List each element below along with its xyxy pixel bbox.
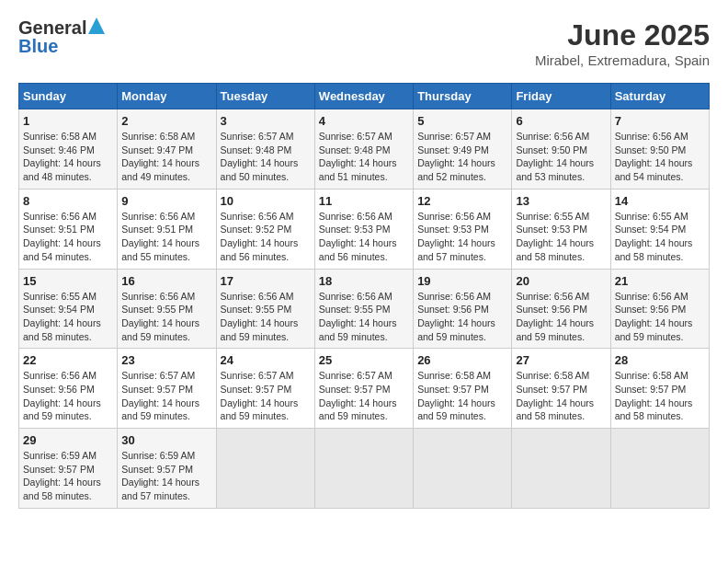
day-number: 12 xyxy=(417,194,507,208)
day-number: 20 xyxy=(516,274,606,288)
svg-marker-0 xyxy=(88,17,105,34)
day-info: Sunrise: 6:56 AM Sunset: 9:56 PM Dayligh… xyxy=(516,290,606,344)
day-info: Sunrise: 6:55 AM Sunset: 9:53 PM Dayligh… xyxy=(516,210,606,264)
day-cell-20: 20 Sunrise: 6:56 AM Sunset: 9:56 PM Dayl… xyxy=(512,269,610,349)
day-number: 26 xyxy=(417,353,507,367)
day-number: 4 xyxy=(319,114,409,128)
day-number: 24 xyxy=(221,353,311,367)
day-number: 27 xyxy=(516,353,606,367)
day-info: Sunrise: 6:56 AM Sunset: 9:53 PM Dayligh… xyxy=(417,210,507,264)
day-cell-30: 30 Sunrise: 6:59 AM Sunset: 9:57 PM Dayl… xyxy=(118,429,216,509)
day-info: Sunrise: 6:55 AM Sunset: 9:54 PM Dayligh… xyxy=(615,210,705,264)
day-info: Sunrise: 6:57 AM Sunset: 9:57 PM Dayligh… xyxy=(221,369,311,423)
day-number: 22 xyxy=(23,353,113,367)
day-cell-19: 19 Sunrise: 6:56 AM Sunset: 9:56 PM Dayl… xyxy=(414,269,512,349)
day-cell-18: 18 Sunrise: 6:56 AM Sunset: 9:55 PM Dayl… xyxy=(314,269,413,349)
logo-icon xyxy=(88,17,105,34)
day-cell-3: 3 Sunrise: 6:57 AM Sunset: 9:48 PM Dayli… xyxy=(216,109,314,190)
day-info: Sunrise: 6:55 AM Sunset: 9:54 PM Dayligh… xyxy=(23,290,113,344)
day-cell-2: 2 Sunrise: 6:58 AM Sunset: 9:47 PM Dayli… xyxy=(118,109,216,190)
empty-cell xyxy=(414,429,512,509)
day-info: Sunrise: 6:56 AM Sunset: 9:55 PM Dayligh… xyxy=(221,290,311,344)
day-cell-24: 24 Sunrise: 6:57 AM Sunset: 9:57 PM Dayl… xyxy=(216,349,314,429)
header-saturday: Saturday xyxy=(610,84,709,109)
logo-general-text: General xyxy=(18,18,86,37)
calendar-week-row: 8 Sunrise: 6:56 AM Sunset: 9:51 PM Dayli… xyxy=(19,189,710,269)
day-info: Sunrise: 6:56 AM Sunset: 9:51 PM Dayligh… xyxy=(23,210,113,264)
day-cell-25: 25 Sunrise: 6:57 AM Sunset: 9:57 PM Dayl… xyxy=(314,349,413,429)
empty-cell xyxy=(216,429,314,509)
empty-cell xyxy=(610,429,709,509)
day-info: Sunrise: 6:56 AM Sunset: 9:56 PM Dayligh… xyxy=(417,290,507,344)
day-info: Sunrise: 6:58 AM Sunset: 9:57 PM Dayligh… xyxy=(417,369,507,423)
day-number: 30 xyxy=(121,433,211,447)
day-info: Sunrise: 6:56 AM Sunset: 9:53 PM Dayligh… xyxy=(319,210,409,264)
day-cell-11: 11 Sunrise: 6:56 AM Sunset: 9:53 PM Dayl… xyxy=(314,189,413,269)
empty-cell xyxy=(314,429,413,509)
day-info: Sunrise: 6:56 AM Sunset: 9:50 PM Dayligh… xyxy=(615,130,705,184)
day-cell-10: 10 Sunrise: 6:56 AM Sunset: 9:52 PM Dayl… xyxy=(216,189,314,269)
day-cell-8: 8 Sunrise: 6:56 AM Sunset: 9:51 PM Dayli… xyxy=(19,189,118,269)
day-info: Sunrise: 6:59 AM Sunset: 9:57 PM Dayligh… xyxy=(121,449,211,503)
day-info: Sunrise: 6:57 AM Sunset: 9:48 PM Dayligh… xyxy=(319,130,409,184)
day-info: Sunrise: 6:56 AM Sunset: 9:52 PM Dayligh… xyxy=(221,210,311,264)
day-info: Sunrise: 6:57 AM Sunset: 9:48 PM Dayligh… xyxy=(221,130,311,184)
day-number: 21 xyxy=(615,274,705,288)
day-info: Sunrise: 6:58 AM Sunset: 9:57 PM Dayligh… xyxy=(615,369,705,423)
header-sunday: Sunday xyxy=(19,84,118,109)
day-number: 14 xyxy=(615,194,705,208)
day-number: 28 xyxy=(615,353,705,367)
day-number: 15 xyxy=(23,274,113,288)
header-friday: Friday xyxy=(512,84,610,109)
day-info: Sunrise: 6:56 AM Sunset: 9:55 PM Dayligh… xyxy=(121,290,211,344)
title-block: June 2025 Mirabel, Extremadura, Spain xyxy=(535,18,710,68)
day-cell-1: 1 Sunrise: 6:58 AM Sunset: 9:46 PM Dayli… xyxy=(19,109,118,190)
day-number: 19 xyxy=(417,274,507,288)
day-cell-4: 4 Sunrise: 6:57 AM Sunset: 9:48 PM Dayli… xyxy=(314,109,413,190)
day-number: 6 xyxy=(516,114,606,128)
day-cell-9: 9 Sunrise: 6:56 AM Sunset: 9:51 PM Dayli… xyxy=(118,189,216,269)
day-number: 2 xyxy=(121,114,211,128)
day-info: Sunrise: 6:58 AM Sunset: 9:57 PM Dayligh… xyxy=(516,369,606,423)
day-info: Sunrise: 6:59 AM Sunset: 9:57 PM Dayligh… xyxy=(23,449,113,503)
day-cell-14: 14 Sunrise: 6:55 AM Sunset: 9:54 PM Dayl… xyxy=(610,189,709,269)
day-cell-23: 23 Sunrise: 6:57 AM Sunset: 9:57 PM Dayl… xyxy=(118,349,216,429)
day-number: 13 xyxy=(516,194,606,208)
calendar-table: Sunday Monday Tuesday Wednesday Thursday… xyxy=(18,83,710,509)
day-number: 18 xyxy=(319,274,409,288)
day-number: 5 xyxy=(417,114,507,128)
day-number: 29 xyxy=(23,433,113,447)
calendar-week-row: 22 Sunrise: 6:56 AM Sunset: 9:56 PM Dayl… xyxy=(19,349,710,429)
day-number: 9 xyxy=(121,194,211,208)
day-number: 10 xyxy=(221,194,311,208)
day-cell-7: 7 Sunrise: 6:56 AM Sunset: 9:50 PM Dayli… xyxy=(610,109,709,190)
day-number: 1 xyxy=(23,114,113,128)
day-cell-13: 13 Sunrise: 6:55 AM Sunset: 9:53 PM Dayl… xyxy=(512,189,610,269)
day-number: 7 xyxy=(615,114,705,128)
empty-cell xyxy=(512,429,610,509)
day-cell-22: 22 Sunrise: 6:56 AM Sunset: 9:56 PM Dayl… xyxy=(19,349,118,429)
day-cell-5: 5 Sunrise: 6:57 AM Sunset: 9:49 PM Dayli… xyxy=(414,109,512,190)
day-cell-15: 15 Sunrise: 6:55 AM Sunset: 9:54 PM Dayl… xyxy=(19,269,118,349)
calendar-subtitle: Mirabel, Extremadura, Spain xyxy=(535,52,710,68)
header-monday: Monday xyxy=(118,84,216,109)
day-info: Sunrise: 6:58 AM Sunset: 9:47 PM Dayligh… xyxy=(121,130,211,184)
day-info: Sunrise: 6:57 AM Sunset: 9:49 PM Dayligh… xyxy=(417,130,507,184)
day-cell-28: 28 Sunrise: 6:58 AM Sunset: 9:57 PM Dayl… xyxy=(610,349,709,429)
day-info: Sunrise: 6:56 AM Sunset: 9:56 PM Dayligh… xyxy=(23,369,113,423)
calendar-week-row: 15 Sunrise: 6:55 AM Sunset: 9:54 PM Dayl… xyxy=(19,269,710,349)
day-cell-6: 6 Sunrise: 6:56 AM Sunset: 9:50 PM Dayli… xyxy=(512,109,610,190)
calendar-week-row: 29 Sunrise: 6:59 AM Sunset: 9:57 PM Dayl… xyxy=(19,429,710,509)
logo: General Blue xyxy=(18,18,105,55)
day-info: Sunrise: 6:56 AM Sunset: 9:56 PM Dayligh… xyxy=(615,290,705,344)
day-info: Sunrise: 6:57 AM Sunset: 9:57 PM Dayligh… xyxy=(121,369,211,423)
day-number: 11 xyxy=(319,194,409,208)
day-info: Sunrise: 6:58 AM Sunset: 9:46 PM Dayligh… xyxy=(23,130,113,184)
day-info: Sunrise: 6:57 AM Sunset: 9:57 PM Dayligh… xyxy=(319,369,409,423)
day-number: 23 xyxy=(121,353,211,367)
day-cell-29: 29 Sunrise: 6:59 AM Sunset: 9:57 PM Dayl… xyxy=(19,429,118,509)
day-cell-27: 27 Sunrise: 6:58 AM Sunset: 9:57 PM Dayl… xyxy=(512,349,610,429)
weekday-header-row: Sunday Monday Tuesday Wednesday Thursday… xyxy=(19,84,710,109)
day-number: 25 xyxy=(319,353,409,367)
day-cell-21: 21 Sunrise: 6:56 AM Sunset: 9:56 PM Dayl… xyxy=(610,269,709,349)
